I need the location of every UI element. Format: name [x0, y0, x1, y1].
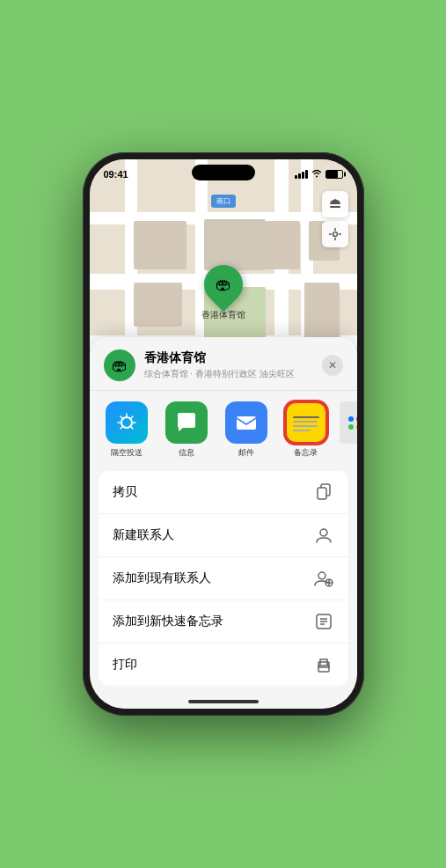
svg-rect-1 — [330, 206, 340, 208]
share-row: 隔空投送 信息 — [90, 391, 357, 466]
location-marker: 🏟 香港体育馆 — [201, 265, 245, 321]
svg-point-2 — [333, 232, 337, 237]
location-name: 香港体育馆 — [144, 350, 313, 366]
action-quick-note[interactable]: 添加到新快速备忘录 — [99, 600, 348, 644]
add-contact-icon — [313, 568, 334, 589]
quick-note-label: 添加到新快速备忘录 — [113, 614, 223, 629]
mail-icon — [225, 401, 267, 444]
share-item-more[interactable] — [340, 401, 357, 459]
phone-frame: 09:41 — [83, 152, 364, 716]
messages-icon — [165, 401, 208, 444]
svg-point-11 — [320, 529, 327, 536]
map-label: 南口 — [211, 195, 236, 208]
svg-point-22 — [326, 664, 328, 666]
action-copy[interactable]: 拷贝 — [99, 471, 348, 514]
more-apps-icon — [340, 401, 357, 444]
airdrop-label: 隔空投送 — [111, 447, 143, 459]
notes-label: 备忘录 — [294, 447, 318, 459]
map-controls — [322, 191, 348, 247]
copy-icon — [313, 482, 334, 503]
phone-screen: 09:41 — [90, 159, 357, 709]
share-item-airdrop[interactable]: 隔空投送 — [100, 401, 153, 459]
action-new-contact[interactable]: 新建联系人 — [99, 514, 348, 557]
mail-label: 邮件 — [238, 447, 254, 459]
copy-label: 拷贝 — [113, 484, 137, 500]
dynamic-island — [192, 165, 255, 180]
share-item-notes[interactable]: 备忘录 — [280, 401, 333, 459]
location-header: 🏟 香港体育馆 综合体育馆 · 香港特别行政区 油尖旺区 ✕ — [90, 337, 357, 391]
action-list: 拷贝 新建联系人 — [99, 471, 348, 686]
close-icon: ✕ — [328, 359, 337, 371]
marker-pin: 🏟 — [195, 257, 250, 312]
location-subtitle: 综合体育馆 · 香港特别行政区 油尖旺区 — [144, 368, 313, 380]
svg-point-12 — [318, 572, 325, 579]
svg-rect-8 — [237, 416, 256, 430]
close-button[interactable]: ✕ — [322, 355, 343, 376]
add-contact-label: 添加到现有联系人 — [113, 570, 211, 586]
action-print[interactable]: 打印 — [99, 644, 348, 686]
battery-icon — [325, 170, 343, 179]
notes-icon — [285, 401, 327, 444]
home-indicator-area — [90, 691, 357, 709]
notes-lines — [289, 411, 323, 435]
signal-bars-icon — [295, 170, 308, 179]
share-item-messages[interactable]: 信息 — [160, 401, 213, 459]
status-time: 09:41 — [104, 169, 128, 180]
messages-label: 信息 — [179, 447, 194, 459]
print-icon — [313, 654, 334, 675]
quick-note-icon — [313, 611, 334, 632]
status-icons — [295, 169, 343, 180]
map-layers-button[interactable] — [322, 191, 348, 217]
share-item-mail[interactable]: 邮件 — [220, 401, 273, 459]
location-avatar-icon: 🏟 — [112, 357, 128, 375]
location-avatar: 🏟 — [104, 349, 135, 381]
action-add-contact[interactable]: 添加到现有联系人 — [99, 557, 348, 600]
wifi-icon — [311, 169, 322, 180]
bottom-sheet: 🏟 香港体育馆 综合体育馆 · 香港特别行政区 油尖旺区 ✕ — [90, 337, 357, 709]
print-label: 打印 — [113, 657, 137, 673]
location-button[interactable] — [322, 221, 348, 247]
svg-rect-20 — [318, 666, 329, 672]
marker-pin-inner: 🏟 — [209, 270, 238, 298]
location-info: 香港体育馆 综合体育馆 · 香港特别行政区 油尖旺区 — [144, 350, 313, 380]
new-contact-icon — [313, 525, 334, 546]
home-indicator — [188, 700, 259, 703]
new-contact-label: 新建联系人 — [113, 527, 174, 543]
svg-rect-10 — [318, 488, 326, 499]
marker-pin-icon: 🏟 — [216, 276, 231, 294]
airdrop-icon — [106, 401, 148, 444]
